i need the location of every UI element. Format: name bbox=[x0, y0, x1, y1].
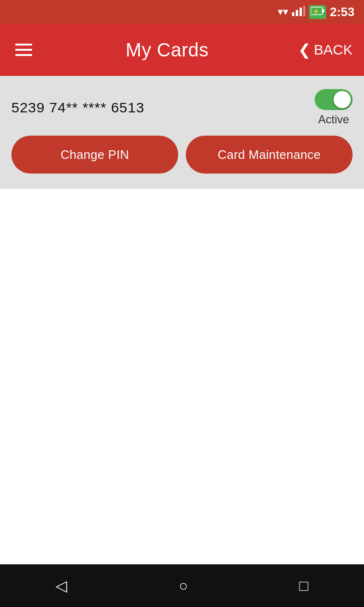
status-bar: ▾▾ ⚡ 2:53 bbox=[0, 0, 364, 24]
wifi-icon: ▾▾ bbox=[278, 6, 288, 18]
back-button[interactable]: ❮ BACK bbox=[298, 41, 353, 59]
back-label: BACK bbox=[314, 42, 353, 58]
main-content bbox=[0, 189, 364, 521]
app-bar: My Cards ❮ BACK bbox=[0, 24, 364, 76]
hamburger-menu-button[interactable] bbox=[11, 40, 36, 60]
home-nav-icon[interactable]: ○ bbox=[179, 577, 188, 595]
card-number: 5239 74** **** 6513 bbox=[11, 100, 145, 116]
back-nav-icon[interactable]: ◁ bbox=[55, 577, 67, 595]
hamburger-line-2 bbox=[15, 49, 32, 51]
toggle-thumb bbox=[334, 91, 351, 108]
svg-rect-5 bbox=[322, 9, 324, 13]
battery-icon: ⚡ bbox=[309, 5, 326, 19]
toggle-area: Active bbox=[315, 89, 353, 126]
svg-rect-2 bbox=[300, 8, 302, 16]
status-icons: ▾▾ ⚡ 2:53 bbox=[278, 5, 355, 19]
change-pin-button[interactable]: Change PIN bbox=[11, 136, 178, 174]
signal-icon bbox=[292, 6, 305, 18]
recent-apps-nav-icon[interactable]: □ bbox=[299, 577, 308, 595]
card-active-toggle[interactable] bbox=[315, 89, 353, 110]
svg-rect-0 bbox=[292, 12, 294, 16]
toggle-track bbox=[315, 89, 353, 110]
hamburger-line-1 bbox=[15, 44, 32, 46]
hamburger-line-3 bbox=[15, 54, 32, 56]
active-label: Active bbox=[318, 113, 349, 126]
svg-text:⚡: ⚡ bbox=[313, 8, 319, 15]
card-maintenance-button[interactable]: Card Maintenance bbox=[186, 136, 353, 174]
page-title: My Cards bbox=[126, 39, 209, 61]
status-time: 2:53 bbox=[330, 5, 355, 19]
card-row: 5239 74** **** 6513 Active bbox=[11, 89, 353, 126]
bottom-nav-bar: ◁ ○ □ bbox=[0, 564, 364, 607]
svg-rect-1 bbox=[296, 10, 298, 16]
svg-rect-3 bbox=[303, 6, 305, 16]
buttons-row: Change PIN Card Maintenance bbox=[11, 136, 353, 174]
card-section: 5239 74** **** 6513 Active Change PIN Ca… bbox=[0, 76, 364, 189]
back-chevron-icon: ❮ bbox=[298, 41, 311, 59]
